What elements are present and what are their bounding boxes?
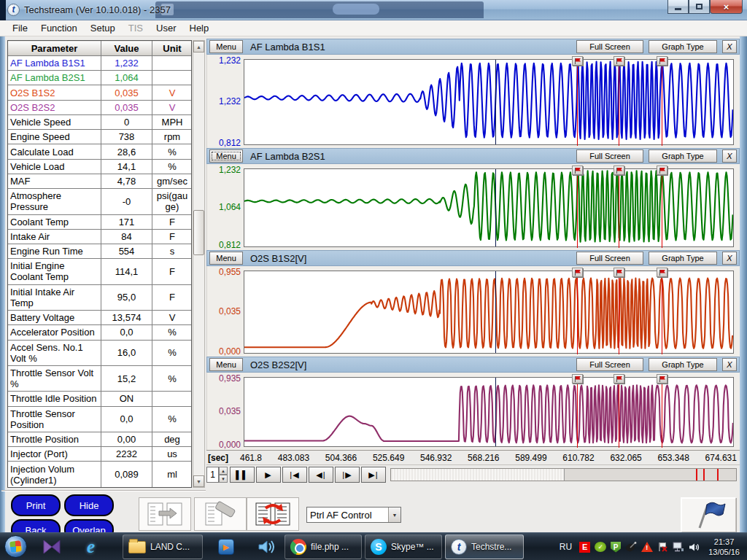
swap-lists-button[interactable] bbox=[247, 497, 299, 531]
time-cursor[interactable] bbox=[495, 169, 496, 246]
panel-menu-button[interactable]: Menu bbox=[209, 252, 243, 265]
table-row[interactable]: Throttle Position0,00deg bbox=[8, 432, 193, 446]
flag-marker-button[interactable] bbox=[681, 497, 736, 532]
flag-marker-icon[interactable] bbox=[614, 56, 624, 66]
tray-shield-icon[interactable]: P bbox=[611, 542, 621, 553]
plot-area[interactable] bbox=[244, 271, 734, 354]
table-row[interactable]: Throttle Idle PositionON bbox=[8, 392, 193, 406]
table-row[interactable]: Engine Run Time554s bbox=[8, 244, 193, 258]
title-bar[interactable]: t Techstream (Ver 10.10.018) - 2357 × bbox=[0, 0, 747, 20]
table-scrollbar[interactable]: ▲ ▼ bbox=[193, 40, 205, 488]
time-cursor[interactable] bbox=[495, 271, 496, 353]
full-screen-button[interactable]: Full Screen bbox=[576, 252, 643, 265]
flag-marker-icon[interactable] bbox=[614, 268, 624, 277]
table-row[interactable]: MAF4,78gm/sec bbox=[8, 174, 193, 188]
panel-menu-button[interactable]: Menu bbox=[209, 149, 243, 163]
table-row[interactable]: Injection Volum (Cylinder1)0,089ml bbox=[8, 462, 193, 488]
taskbar-windows-media-player[interactable]: ▶ bbox=[213, 534, 239, 559]
panel-close-button[interactable]: X bbox=[722, 358, 737, 371]
taskbar-media-player[interactable] bbox=[38, 534, 66, 559]
table-row[interactable]: Initial Intake Air Temp95,0F bbox=[8, 284, 193, 310]
taskbar-chrome-window[interactable]: file.php ... bbox=[285, 534, 362, 559]
chevron-down-icon[interactable]: ▼ bbox=[388, 508, 400, 522]
table-row[interactable]: Intake Air84F bbox=[8, 229, 193, 244]
panel-close-button[interactable]: X bbox=[722, 149, 737, 163]
graph-type-button[interactable]: Graph Type bbox=[649, 358, 717, 371]
table-row[interactable]: Vehicle Speed0MPH bbox=[8, 114, 193, 129]
timeline-scrollbar[interactable] bbox=[390, 468, 737, 481]
graph-type-button[interactable]: Graph Type bbox=[649, 40, 717, 53]
restore-button[interactable] bbox=[689, 0, 710, 14]
table-row[interactable]: Throttle Sensor Position0,0% bbox=[8, 406, 193, 432]
time-cursor[interactable] bbox=[495, 60, 496, 144]
clock[interactable]: 21:37 13/05/16 bbox=[708, 537, 740, 557]
graph-type-button[interactable]: Graph Type bbox=[649, 149, 717, 163]
flag-marker-icon[interactable] bbox=[614, 374, 624, 384]
taskbar-skype-window[interactable]: S Skype™ ... bbox=[365, 534, 442, 559]
scroll-up-icon[interactable]: ▲ bbox=[193, 41, 204, 52]
menu-file[interactable]: File bbox=[6, 21, 34, 35]
spinner-down-icon[interactable]: ▼ bbox=[219, 475, 228, 483]
menu-setup[interactable]: Setup bbox=[84, 21, 122, 35]
tray-warning-icon[interactable]: ! bbox=[641, 542, 653, 552]
flag-marker-icon[interactable] bbox=[657, 374, 667, 384]
record-list-button[interactable] bbox=[194, 497, 247, 531]
scrollbar-thumb[interactable] bbox=[193, 210, 204, 255]
table-row[interactable]: Engine Speed738rpm bbox=[8, 130, 193, 144]
full-screen-button[interactable]: Full Screen bbox=[576, 358, 643, 371]
taskbar-volume-app[interactable] bbox=[252, 534, 282, 559]
frame-step-spinner[interactable]: 1 bbox=[206, 467, 219, 483]
menu-function[interactable]: Function bbox=[34, 21, 84, 35]
timeline-thumb[interactable] bbox=[564, 469, 737, 481]
plot-area[interactable] bbox=[244, 168, 734, 247]
table-row[interactable]: O2S B2S20,035V bbox=[8, 100, 193, 114]
flag-marker-icon[interactable] bbox=[657, 166, 667, 175]
full-screen-button[interactable]: Full Screen bbox=[576, 40, 643, 53]
minimize-button[interactable] bbox=[667, 0, 689, 14]
table-row[interactable]: Vehicle Load14,1% bbox=[8, 159, 193, 174]
tray-antivirus-icon[interactable]: ✓ bbox=[595, 542, 606, 552]
taskbar-internet-explorer[interactable]: e bbox=[82, 534, 100, 559]
print-button[interactable]: Print bbox=[11, 494, 61, 516]
table-row[interactable]: Calculate Load28,6% bbox=[8, 144, 193, 159]
header-value[interactable]: Value bbox=[101, 41, 152, 56]
flag-marker-icon[interactable] bbox=[657, 56, 667, 66]
data-list-transfer-button[interactable] bbox=[139, 497, 191, 531]
tray-offline-flag-icon[interactable] bbox=[657, 542, 668, 552]
flag-marker-icon[interactable] bbox=[572, 374, 583, 384]
table-row[interactable]: Throttle Sensor Volt %15,2% bbox=[8, 365, 193, 391]
panel-menu-button[interactable]: Menu bbox=[209, 358, 243, 371]
table-row[interactable]: Injector (Port)2232us bbox=[8, 447, 193, 462]
play-button[interactable]: ▶ bbox=[256, 467, 281, 483]
jump-first-button[interactable]: |◀ bbox=[282, 467, 307, 483]
time-cursor[interactable] bbox=[495, 378, 496, 446]
header-unit[interactable]: Unit bbox=[152, 41, 193, 56]
table-row[interactable]: Accelerator Position0,0% bbox=[8, 325, 193, 340]
menu-user[interactable]: User bbox=[150, 21, 182, 35]
table-row[interactable]: Accel Sens. No.1 Volt %16,0% bbox=[8, 340, 193, 365]
tray-satellite-icon[interactable] bbox=[625, 542, 637, 552]
panel-menu-button[interactable]: Menu bbox=[209, 40, 243, 53]
flag-marker-icon[interactable] bbox=[572, 56, 583, 66]
table-row[interactable]: AF Lambda B1S11,232 bbox=[8, 56, 193, 71]
taskbar-techstream-window[interactable]: t Techstre... bbox=[445, 534, 524, 559]
flag-marker-icon[interactable] bbox=[657, 268, 667, 277]
table-row[interactable]: Battery Voltage13,574V bbox=[8, 311, 193, 325]
close-button[interactable]: × bbox=[710, 0, 743, 14]
scroll-down-icon[interactable]: ▼ bbox=[193, 475, 204, 487]
table-row[interactable]: AF Lambda B2S11,064 bbox=[8, 71, 193, 85]
language-indicator[interactable]: RU bbox=[560, 542, 572, 552]
step-back-button[interactable]: ◀| bbox=[309, 467, 333, 483]
flag-marker-icon[interactable] bbox=[572, 268, 583, 277]
header-parameter[interactable]: Parameter bbox=[8, 41, 101, 56]
pause-button[interactable]: ▌▌ bbox=[230, 467, 255, 483]
taskbar-folder-window[interactable]: LAND C... bbox=[123, 534, 203, 559]
plot-area[interactable] bbox=[244, 377, 734, 447]
table-row[interactable]: Atmosphere Pressure-0psi(gauge) bbox=[8, 189, 193, 214]
table-row[interactable]: Initial Engine Coolant Temp114,1F bbox=[8, 259, 193, 284]
full-screen-button[interactable]: Full Screen bbox=[576, 149, 643, 163]
table-row[interactable]: O2S B1S20,035V bbox=[8, 85, 193, 100]
flag-marker-icon[interactable] bbox=[572, 166, 583, 175]
table-row[interactable]: Coolant Temp171F bbox=[8, 214, 193, 229]
tray-network-icon[interactable] bbox=[673, 542, 684, 552]
